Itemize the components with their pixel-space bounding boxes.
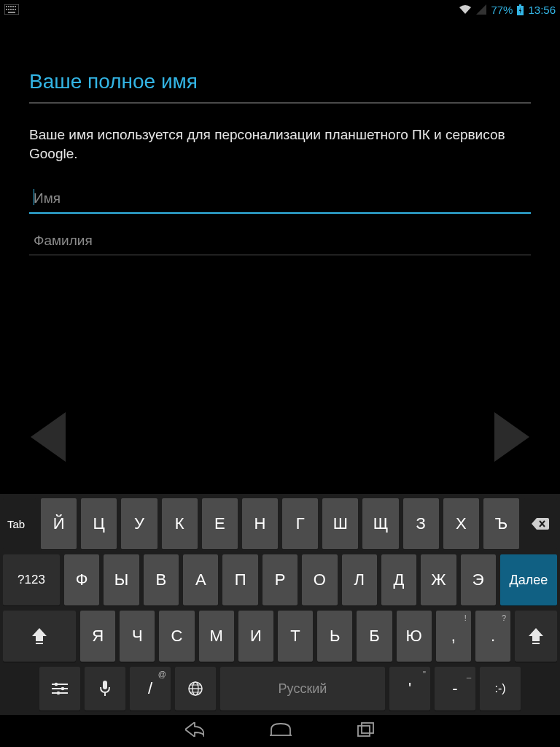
key-letter[interactable]: А	[183, 554, 218, 605]
key-letter[interactable]: Ц	[81, 498, 117, 549]
key-letter[interactable]: Г	[282, 498, 318, 549]
key-letter[interactable]: Ч	[120, 611, 155, 662]
nav-recent[interactable]	[357, 722, 375, 740]
key-letter[interactable]: Ы	[104, 554, 139, 605]
svg-rect-9	[12, 9, 14, 10]
key-settings[interactable]	[39, 667, 80, 711]
svg-rect-10	[15, 9, 16, 10]
wizard-nav	[0, 412, 560, 462]
nav-back[interactable]	[185, 722, 204, 740]
cell-signal-icon	[476, 4, 486, 15]
system-navbar	[0, 715, 560, 747]
key-space[interactable]: Русский	[220, 667, 385, 711]
svg-rect-12	[519, 4, 521, 6]
key-letter[interactable]: С	[159, 611, 194, 662]
svg-rect-4	[12, 6, 14, 7]
svg-rect-3	[10, 6, 12, 7]
key-tab[interactable]: Tab	[3, 498, 36, 549]
key-language[interactable]	[175, 667, 216, 711]
key-letter[interactable]: З	[403, 498, 439, 549]
first-name-input[interactable]	[29, 185, 531, 214]
text-cursor	[34, 189, 34, 205]
key-letter[interactable]: Т	[278, 611, 313, 662]
key-backspace[interactable]	[524, 498, 557, 549]
first-name-field-wrapper	[29, 185, 531, 214]
key-shift-left[interactable]	[3, 611, 76, 662]
status-clock: 13:56	[528, 4, 556, 16]
last-name-field-wrapper	[29, 227, 531, 255]
battery-percentage: 77%	[491, 4, 513, 16]
key-letter[interactable]: Й	[41, 498, 77, 549]
svg-rect-1	[6, 6, 7, 7]
svg-rect-8	[10, 9, 12, 10]
key-letter[interactable]: Ъ	[483, 498, 519, 549]
svg-rect-15	[532, 643, 540, 644]
key-letter[interactable]: Ф	[64, 554, 99, 605]
key-quote[interactable]: '"	[389, 667, 430, 711]
key-letter[interactable]: Ю	[397, 611, 432, 662]
key-letter[interactable]: Е	[202, 498, 238, 549]
svg-rect-2	[8, 6, 9, 7]
key-letter[interactable]: Ж	[421, 554, 456, 605]
key-letter[interactable]: Б	[357, 611, 392, 662]
battery-charging-icon	[517, 4, 524, 15]
svg-rect-14	[36, 643, 43, 644]
key-letter[interactable]: У	[121, 498, 157, 549]
svg-rect-26	[362, 723, 373, 733]
key-comma[interactable]: ,!	[436, 611, 471, 662]
key-letter[interactable]: П	[222, 554, 257, 605]
page-description: Ваше имя используется для персонализации…	[29, 125, 531, 163]
key-letter[interactable]: Р	[262, 554, 298, 605]
next-arrow[interactable]	[494, 412, 529, 462]
status-bar: 77% 13:56	[0, 0, 560, 19]
nav-home[interactable]	[270, 722, 292, 740]
key-voice[interactable]	[85, 667, 125, 711]
key-letter[interactable]: Я	[80, 611, 115, 662]
svg-rect-7	[8, 9, 9, 10]
key-letter[interactable]: Х	[443, 498, 479, 549]
svg-point-17	[61, 687, 65, 691]
key-letter[interactable]: И	[238, 611, 273, 662]
svg-point-16	[55, 683, 58, 686]
svg-rect-19	[103, 681, 107, 689]
keyboard-status-icon	[4, 4, 19, 15]
key-letter[interactable]: К	[162, 498, 198, 549]
key-letter[interactable]: Ь	[317, 611, 352, 662]
key-symbols[interactable]: ?123	[3, 554, 60, 605]
key-letter[interactable]: Ш	[322, 498, 358, 549]
key-letter[interactable]: О	[302, 554, 337, 605]
key-letter[interactable]: Э	[461, 554, 496, 605]
key-slash[interactable]: /@	[130, 667, 171, 711]
prev-arrow[interactable]	[31, 412, 66, 462]
key-shift-right[interactable]	[515, 611, 557, 662]
wifi-icon	[459, 4, 472, 15]
svg-rect-5	[15, 6, 16, 7]
key-letter[interactable]: Л	[342, 554, 377, 605]
key-letter[interactable]: Щ	[362, 498, 398, 549]
key-letter[interactable]: В	[144, 554, 179, 605]
key-dash[interactable]: -_	[435, 667, 475, 711]
onscreen-keyboard: Tab Й Ц У К Е Н Г Ш Щ З Х Ъ ?123 Ф Ы В А…	[0, 494, 560, 715]
key-next[interactable]: Далее	[500, 554, 557, 605]
svg-rect-25	[358, 726, 370, 736]
key-letter[interactable]: Н	[242, 498, 278, 549]
setup-form: Ваше полное имя Ваше имя используется дл…	[0, 19, 560, 255]
last-name-input[interactable]	[29, 227, 531, 255]
key-letter[interactable]: Д	[381, 554, 416, 605]
page-title: Ваше полное имя	[29, 70, 531, 102]
key-letter[interactable]: М	[199, 611, 234, 662]
key-smile[interactable]: :-)	[480, 667, 521, 711]
title-divider	[29, 102, 531, 104]
svg-point-18	[57, 692, 61, 695]
svg-rect-6	[6, 9, 7, 10]
svg-rect-11	[8, 12, 15, 13]
key-period[interactable]: .?	[475, 611, 510, 662]
